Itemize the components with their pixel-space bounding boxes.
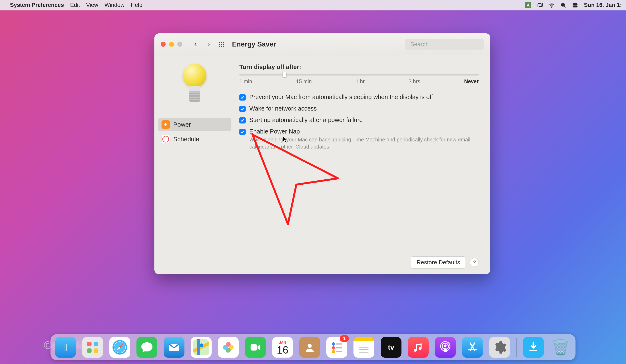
dock-maps[interactable] (191, 337, 212, 358)
restore-defaults-button[interactable]: Restore Defaults (411, 256, 466, 268)
checkbox-checked-icon[interactable] (239, 129, 246, 135)
opt-label: Wake for network access (249, 105, 317, 112)
svg-point-34 (332, 342, 335, 346)
cal-day: 16 (277, 345, 288, 355)
prefs-window: Energy Saver Power Schedule Turn disp (155, 33, 490, 274)
svg-point-7 (574, 4, 575, 5)
dock-safari[interactable] (109, 337, 130, 358)
opt-power-nap[interactable]: Enable Power Nap While sleeping, your Ma… (239, 128, 479, 150)
wifi-icon[interactable] (549, 2, 555, 8)
svg-rect-21 (94, 342, 98, 346)
stage-manager-icon[interactable] (537, 2, 543, 8)
app-menu[interactable]: System Preferences (10, 2, 64, 8)
svg-point-31 (223, 345, 228, 350)
svg-rect-20 (87, 342, 91, 346)
schedule-icon (161, 135, 170, 143)
display-off-heading: Turn display off after: (239, 64, 479, 71)
prefs-search-input[interactable] (410, 41, 485, 48)
dock-tv[interactable]: tv (381, 337, 401, 358)
dock-notes[interactable] (353, 337, 374, 358)
opt-startup-power-failure[interactable]: Start up automatically after a power fai… (239, 117, 479, 123)
checkbox-checked-icon[interactable] (239, 94, 246, 101)
svg-rect-23 (94, 348, 98, 353)
svg-point-11 (223, 42, 224, 43)
energy-saver-bulb-icon (181, 64, 208, 109)
sidebar-label: Power (173, 121, 191, 128)
svg-line-4 (564, 6, 566, 7)
dock-launchpad[interactable] (82, 337, 103, 358)
checkbox-checked-icon[interactable] (239, 106, 246, 112)
nav-back-button[interactable] (191, 40, 200, 49)
sidebar-item-power[interactable]: Power (158, 118, 232, 131)
svg-rect-22 (87, 348, 91, 353)
prefs-sidebar: Power Schedule (155, 55, 235, 274)
power-icon (161, 120, 170, 129)
dock-messages[interactable] (136, 337, 157, 358)
dock-calendar[interactable]: JAN 16 (272, 337, 293, 358)
svg-point-43 (444, 344, 447, 347)
svg-point-12 (219, 44, 220, 45)
input-source-icon[interactable]: A (525, 2, 531, 8)
checkbox-checked-icon[interactable] (239, 117, 246, 123)
dock-facetime[interactable] (245, 337, 266, 358)
help-button[interactable]: ? (470, 258, 479, 267)
dock-finder[interactable]: 񩠐 (55, 337, 76, 358)
menu-view[interactable]: View (86, 2, 98, 8)
window-zoom-button (177, 42, 182, 47)
svg-point-2 (551, 7, 552, 7)
svg-point-13 (221, 44, 222, 45)
slider-thumb[interactable] (282, 72, 286, 77)
opt-label: Start up automatically after a power fai… (249, 117, 363, 123)
window-title: Energy Saver (232, 40, 276, 48)
opt-label: Enable Power Nap (249, 128, 479, 135)
dock-separator (516, 338, 517, 357)
sidebar-item-schedule[interactable]: Schedule (158, 132, 232, 146)
nav-forward-button (204, 40, 213, 49)
dock-trash[interactable]: 🗑️ (550, 337, 571, 358)
slider-ticks: 1 min 15 min 1 hr 3 hrs Never (239, 78, 479, 84)
dock-mail[interactable] (164, 337, 185, 358)
svg-point-38 (332, 350, 335, 353)
svg-point-3 (561, 3, 565, 6)
menu-window[interactable]: Window (105, 2, 124, 8)
dock-app-store[interactable] (462, 337, 483, 358)
control-center-icon[interactable] (572, 2, 578, 8)
svg-point-8 (576, 6, 577, 7)
display-off-slider[interactable] (239, 74, 479, 75)
svg-point-9 (219, 42, 220, 43)
opt-prevent-sleep[interactable]: Prevent your Mac from automatically slee… (239, 94, 479, 101)
traffic-lights (161, 42, 182, 47)
menu-help[interactable]: Help (131, 2, 143, 8)
svg-point-14 (223, 44, 224, 45)
show-all-button[interactable] (217, 40, 226, 49)
dock-reminders[interactable] (326, 337, 347, 358)
dock-contacts[interactable] (299, 337, 320, 358)
opt-wake-network[interactable]: Wake for network access (239, 105, 479, 112)
window-minimize-button[interactable] (169, 42, 174, 47)
menu-edit[interactable]: Edit (70, 2, 80, 8)
opt-label: Prevent your Mac from automatically slee… (249, 94, 433, 101)
dock-downloads[interactable] (523, 337, 544, 358)
titlebar: Energy Saver (155, 33, 490, 55)
svg-point-17 (223, 46, 224, 47)
svg-rect-35 (336, 343, 342, 344)
window-close-button[interactable] (161, 42, 166, 47)
prefs-content: Turn display off after: 1 min 15 min 1 h… (235, 55, 490, 274)
menubar: System Preferences Edit View Window Help… (0, 0, 626, 10)
dock-podcasts[interactable] (435, 337, 456, 358)
dock-photos[interactable] (218, 337, 239, 358)
svg-point-16 (221, 46, 222, 47)
prefs-search[interactable] (405, 39, 484, 50)
menubar-clock[interactable]: Sun 16. Jan 1: (584, 2, 622, 8)
svg-rect-32 (251, 344, 257, 350)
sidebar-label: Schedule (173, 136, 199, 143)
svg-point-33 (308, 344, 312, 348)
dock: 񩠐 JAN 16 tv � (50, 334, 576, 360)
dock-system-preferences[interactable] (489, 337, 510, 358)
cursor-icon (283, 136, 287, 143)
spotlight-icon[interactable] (560, 2, 566, 8)
svg-rect-37 (336, 347, 342, 348)
svg-point-10 (221, 42, 222, 43)
svg-point-36 (332, 346, 335, 349)
dock-music[interactable] (408, 337, 429, 358)
